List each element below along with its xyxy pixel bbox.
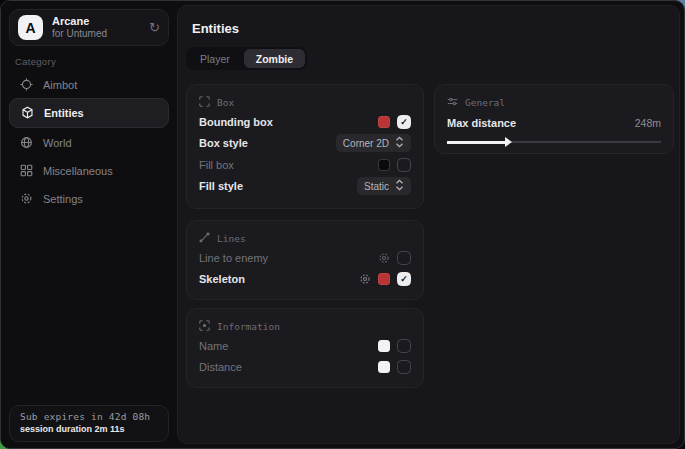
refresh-icon[interactable]: ↻ [149, 20, 160, 35]
box-panel-title: Box [217, 97, 234, 108]
lines-panel: Lines Line to enemy Skeleton ✓ [186, 220, 424, 300]
cube-icon [21, 106, 34, 121]
row-name: Name [199, 335, 411, 357]
app-window: A Arcane for Untumed ↻ Category Aimbot E… [0, 0, 685, 449]
sidebar-item-label: Entities [44, 107, 84, 119]
chevrons-up-down-icon [395, 136, 404, 150]
general-panel-title: General [465, 97, 505, 108]
brand-text: Arcane for Untumed [52, 15, 107, 39]
information-panel: Information Name Distance [186, 308, 424, 388]
session-duration: session duration 2m 11s [20, 424, 158, 434]
tab-zombie[interactable]: Zombie [244, 49, 305, 68]
row-label: Bounding box [199, 116, 273, 128]
app-logo: A [18, 15, 43, 40]
sidebar-item-label: World [43, 137, 72, 149]
name-checkbox[interactable] [397, 339, 411, 353]
color-swatch[interactable] [378, 159, 390, 171]
dropdown-value: Corner 2D [343, 138, 389, 149]
row-fill-style: Fill style Static [199, 176, 411, 198]
main-panel: Entities Player Zombie Box Bounding box … [177, 5, 680, 444]
sidebar-item-world[interactable]: World [9, 129, 169, 157]
distance-checkbox[interactable] [397, 360, 411, 374]
row-label: Box style [199, 137, 248, 149]
dropdown-value: Static [364, 181, 389, 192]
box-style-dropdown[interactable]: Corner 2D [336, 134, 411, 152]
row-distance: Distance [199, 357, 411, 379]
sidebar-item-label: Settings [43, 193, 83, 205]
chevrons-up-down-icon [395, 179, 404, 193]
subscription-card: Sub expires in 42d 08h session duration … [9, 405, 169, 442]
row-skeleton: Skeleton ✓ [199, 269, 411, 291]
max-distance-value: 248m [635, 117, 661, 129]
slider-thumb[interactable] [505, 137, 512, 147]
row-label: Skeleton [199, 273, 245, 285]
line-settings-gear-icon[interactable] [378, 252, 390, 264]
grid-icon [20, 164, 33, 179]
row-box-style: Box style Corner 2D [199, 133, 411, 155]
general-panel-header: General [447, 93, 661, 111]
sidebar-item-settings[interactable]: Settings [9, 185, 169, 213]
lines-panel-header: Lines [199, 229, 411, 247]
sidebar-item-aimbot[interactable]: Aimbot [9, 71, 169, 99]
sidebar-item-label: Miscellaneous [43, 165, 113, 177]
globe-icon [20, 136, 33, 151]
entity-tabs: Player Zombie [186, 47, 307, 70]
lines-panel-title: Lines [217, 233, 246, 244]
app-subtitle: for Untumed [52, 28, 107, 40]
general-panel: General Max distance 248m [434, 84, 674, 154]
diagonal-line-icon [199, 232, 210, 245]
row-label: Max distance [447, 117, 516, 129]
page-title: Entities [192, 21, 239, 36]
skeleton-settings-gear-icon[interactable] [359, 273, 371, 285]
sidebar-item-label: Aimbot [43, 79, 77, 91]
sidebar: A Arcane for Untumed ↻ Category Aimbot E… [1, 1, 176, 448]
color-swatch[interactable] [378, 273, 390, 285]
slider-fill [447, 141, 505, 144]
information-panel-title: Information [217, 321, 280, 332]
crosshair-icon [20, 78, 33, 93]
color-swatch[interactable] [378, 340, 390, 352]
sidebar-item-entities[interactable]: Entities [9, 98, 169, 128]
skeleton-checkbox[interactable]: ✓ [397, 272, 411, 286]
row-bounding-box: Bounding box ✓ [199, 111, 411, 133]
box-panel: Box Bounding box ✓ Box style Corner 2D [186, 84, 424, 209]
box-corners-icon [199, 96, 210, 109]
box-panel-header: Box [199, 93, 411, 111]
app-name: Arcane [52, 15, 107, 28]
row-label: Fill style [199, 180, 243, 192]
row-label: Line to enemy [199, 252, 268, 264]
category-label: Category [15, 56, 56, 67]
subscription-expiry: Sub expires in 42d 08h [20, 411, 158, 422]
info-scan-icon [199, 320, 210, 333]
bounding-box-checkbox[interactable]: ✓ [397, 115, 411, 129]
row-line-to-enemy: Line to enemy [199, 247, 411, 269]
sliders-icon [447, 96, 458, 109]
sidebar-item-miscellaneous[interactable]: Miscellaneous [9, 157, 169, 185]
color-swatch[interactable] [378, 361, 390, 373]
line-to-enemy-checkbox[interactable] [397, 251, 411, 265]
row-fill-box: Fill box [199, 154, 411, 176]
row-label: Fill box [199, 159, 234, 171]
color-swatch[interactable] [378, 116, 390, 128]
gear-icon [20, 192, 33, 207]
row-label: Distance [199, 361, 242, 373]
brand-card: A Arcane for Untumed ↻ [9, 9, 169, 46]
max-distance-slider[interactable] [447, 136, 661, 148]
fill-style-dropdown[interactable]: Static [357, 177, 411, 195]
fill-box-checkbox[interactable] [397, 158, 411, 172]
row-max-distance: Max distance 248m [447, 113, 661, 133]
row-label: Name [199, 340, 228, 352]
information-panel-header: Information [199, 317, 411, 335]
tab-player[interactable]: Player [188, 49, 242, 68]
